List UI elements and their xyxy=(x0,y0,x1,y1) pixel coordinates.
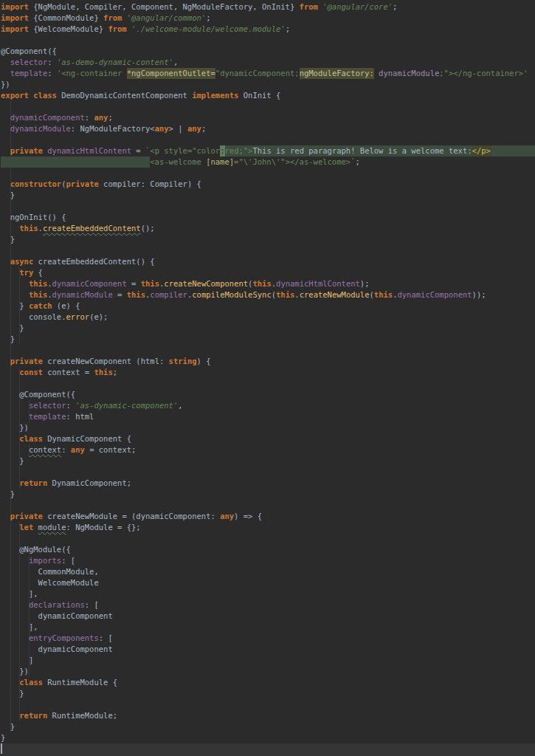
code-token xyxy=(1,411,29,422)
code-token: template xyxy=(10,68,48,79)
code-line: } xyxy=(0,190,535,201)
code-token: this xyxy=(141,278,159,289)
code-token: ) => { xyxy=(234,511,262,522)
code-token: any xyxy=(94,112,108,123)
code-editor[interactable]: import {NgModule, Compiler, Component, N… xyxy=(0,0,535,756)
code-line: CommonModule, xyxy=(0,566,535,577)
code-token xyxy=(1,599,29,611)
code-token xyxy=(1,511,10,522)
code-token: context = xyxy=(43,367,94,378)
code-token: ; xyxy=(355,157,359,168)
code-token: let xyxy=(19,522,33,533)
text-caret[interactable] xyxy=(1,743,2,754)
code-token xyxy=(1,522,19,533)
code-token: createNewModule xyxy=(300,289,370,300)
code-line: } xyxy=(0,688,535,699)
code-token xyxy=(1,123,10,134)
code-token: this xyxy=(252,278,271,289)
code-token xyxy=(1,356,10,367)
code-token: any xyxy=(71,444,85,456)
code-token: ] xyxy=(1,655,33,666)
code-token: }) xyxy=(1,666,29,677)
code-token: ], xyxy=(1,588,38,599)
code-token: createEmbeddedContent() { xyxy=(33,256,154,267)
code-line: @Component({ xyxy=(0,46,535,57)
code-token: WelcomeModule xyxy=(1,577,99,588)
code-token: this xyxy=(94,367,112,378)
code-token: } xyxy=(1,334,15,345)
code-line: private createNewModule = (dynamicCompon… xyxy=(0,511,535,522)
code-token: {CommonModule} xyxy=(29,13,103,24)
code-token: '@angular/core' xyxy=(322,1,393,13)
code-line xyxy=(0,134,535,145)
code-token: *ngComponentOutlet= xyxy=(127,68,215,79)
code-line xyxy=(0,245,535,256)
code-token: ;"></ng-container>' xyxy=(439,68,528,79)
code-line xyxy=(0,35,535,46)
code-token: DynamicComponent { xyxy=(43,433,131,444)
code-token: selector xyxy=(29,400,66,411)
code-token: return xyxy=(19,478,47,489)
code-line: } xyxy=(0,489,535,500)
code-token: ); xyxy=(360,278,370,289)
code-token: } xyxy=(1,300,29,312)
code-token: try xyxy=(19,267,33,278)
code-token: ; xyxy=(393,1,397,13)
code-token: export xyxy=(1,90,29,101)
code-line: declarations: [ xyxy=(0,599,535,611)
editor-window: import {NgModule, Compiler, Component, N… xyxy=(0,0,535,756)
code-token: declarations xyxy=(29,599,85,611)
code-token: `<p style="color xyxy=(145,145,220,157)
code-line: let module: NgModule = {}; xyxy=(0,522,535,533)
code-line: } xyxy=(0,334,535,345)
code-token: : NgModule = {}; xyxy=(66,522,141,533)
code-token: './welcome-module/welcome.module' xyxy=(131,24,286,35)
code-token xyxy=(1,179,10,190)
code-token: error xyxy=(66,312,90,323)
code-token: private xyxy=(10,356,43,367)
code-token: class xyxy=(19,677,43,688)
code-token: entryComponents xyxy=(29,633,99,644)
code-line: private createNewComponent (html: string… xyxy=(0,356,535,367)
code-line: } xyxy=(0,721,535,732)
code-token: '<ng-container xyxy=(57,68,127,79)
code-token: This is red paragraph! Below is a welcom… xyxy=(252,145,472,157)
code-token: : html xyxy=(66,411,94,422)
code-line: constructor(private compiler: Compiler) … xyxy=(0,179,535,190)
code-token: } xyxy=(1,190,15,201)
code-line: } xyxy=(0,323,535,334)
caret-line xyxy=(0,743,535,756)
code-line: return DynamicComponent; xyxy=(0,478,535,489)
code-line: ], xyxy=(0,622,535,633)
code-line: } catch (e) { xyxy=(0,300,535,312)
code-token xyxy=(1,112,10,123)
code-line: this.dynamicModule = this.compiler.compi… xyxy=(0,289,535,300)
code-token: import xyxy=(1,13,29,24)
code-token: @Component({ xyxy=(1,389,75,400)
code-token: : xyxy=(85,112,94,123)
code-line: <as-welcome [name]="\'John\'"></as-welco… xyxy=(0,157,535,168)
code-token: )); xyxy=(472,289,486,300)
code-token: , xyxy=(178,400,182,411)
code-token: dynamicModule xyxy=(52,289,113,300)
code-token: @Component({ xyxy=(1,46,57,57)
code-line: template: html xyxy=(0,411,535,422)
code-token: { xyxy=(33,267,43,278)
code-token xyxy=(1,223,19,234)
code-token: dynamicComponent xyxy=(52,278,127,289)
code-token: } xyxy=(1,721,15,732)
code-token: dynamicModule xyxy=(10,123,71,134)
code-token: [name] xyxy=(206,157,234,168)
code-token: 'as-demo-dynamic-content' xyxy=(57,57,173,68)
code-token: dynamicHtmlContent xyxy=(47,145,131,157)
code-line: imports: [ xyxy=(0,555,535,566)
code-token: : [ xyxy=(99,633,113,644)
code-line: ] xyxy=(0,655,535,666)
code-token: import xyxy=(1,24,29,35)
code-token xyxy=(1,145,10,157)
code-token: , xyxy=(173,57,178,68)
code-token: RuntimeModule { xyxy=(43,677,117,688)
code-token xyxy=(1,289,29,300)
code-token: context xyxy=(29,444,61,456)
code-line: dynamicComponent xyxy=(0,644,535,655)
